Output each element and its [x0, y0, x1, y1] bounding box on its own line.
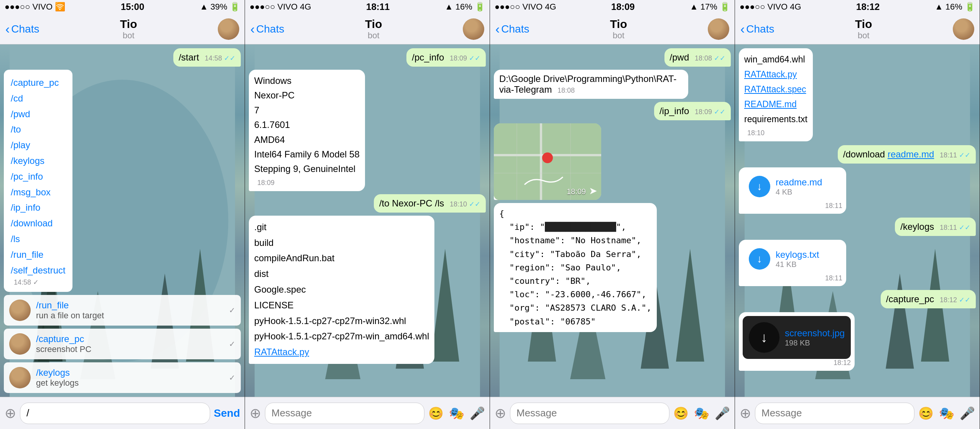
msg-text: /download readme.md: [843, 149, 934, 159]
download-link[interactable]: readme.md: [888, 149, 934, 159]
nav-bar-4: ‹ Chats Tio bot: [735, 14, 980, 44]
panel-4: ●●●○○ VIVO 4G 18:12 ▲ 16% 🔋 ‹ Chats Tio …: [735, 0, 980, 429]
chat-subtitle: screenshot PC: [36, 344, 224, 354]
nav-title-1: Tio bot: [120, 18, 137, 41]
input-icons-3: 😊 🎭 🎤: [673, 406, 730, 421]
mic-icon[interactable]: 🎤: [470, 406, 485, 421]
ratattack-py-link[interactable]: RATAttack.py: [744, 69, 797, 79]
chat-name-3: Tio: [610, 18, 627, 31]
filename-readme: readme.md: [776, 177, 836, 188]
readme-md-link[interactable]: README.md: [744, 99, 797, 109]
chat-avatar: [9, 367, 31, 388]
msg-time: 18:11 ✓✓: [940, 151, 970, 159]
msg-pwd-cmd: /pwd 18:08 ✓✓: [664, 48, 731, 67]
message-list-4: win_amd64.whl RATAttack.py RATAttack.spe…: [735, 44, 980, 397]
chevron-left-icon-4: ‹: [740, 21, 745, 36]
attach-icon-3[interactable]: ⊕: [495, 405, 506, 421]
svg-rect-21: [540, 123, 542, 200]
attach-icon-2[interactable]: ⊕: [250, 405, 261, 421]
status-bar-3: ●●●○○ VIVO 4G 18:09 ▲ 17% 🔋: [490, 0, 735, 14]
emoji-icon-4[interactable]: 😊: [918, 406, 934, 421]
back-button-2[interactable]: ‹ Chats: [250, 21, 284, 36]
msg-text: /pwd: [670, 52, 689, 62]
download-file-keylogs[interactable]: ↓ keylogs.txt 41 KB: [743, 244, 842, 274]
message-input-2[interactable]: [265, 403, 424, 424]
download-info-keylogs: keylogs.txt 41 KB: [776, 249, 836, 269]
back-label-2[interactable]: Chats: [256, 23, 284, 35]
input-bar-3: ⊕ 😊 🎭 🎤: [490, 397, 735, 429]
menu-item-ipinfo: /ip_info: [11, 200, 66, 216]
msg-pcinfo-cmd: /pc_info 18:09 ✓✓: [406, 48, 486, 67]
mic-icon-4[interactable]: 🎤: [960, 406, 975, 421]
menu-item-runfile: /run_file: [11, 247, 66, 263]
download-info-screenshot: screenshot.jpg 198 KB: [785, 328, 845, 347]
msg-json-resp: { "ip": "██████████████", "hostname": "N…: [494, 203, 657, 332]
emoji-icon-3[interactable]: 😊: [673, 406, 689, 421]
attach-icon-1[interactable]: ⊕: [5, 405, 16, 421]
msg-pwd-resp: D:\Google Drive\Programming\Python\RAT-v…: [494, 70, 688, 99]
message-time: 14:58 ✓✓: [205, 54, 235, 62]
panel-2: ●●●○○ VIVO 4G 18:11 ▲ 16% 🔋 ‹ Chats Tio …: [245, 0, 490, 429]
chat-list-item-keylogs[interactable]: /keylogs get keylogs ✓: [4, 362, 241, 393]
chat-status-2: bot: [365, 31, 382, 41]
message-text: /start: [179, 52, 199, 62]
message-input-1[interactable]: [20, 403, 210, 424]
back-label-3[interactable]: Chats: [501, 23, 529, 35]
chat-list: /run_file run a file on target ✓ /captur…: [0, 295, 245, 397]
sticker-icon[interactable]: 🎭: [449, 406, 464, 421]
time-display-2: 18:11: [366, 2, 390, 12]
sticker-icon-3[interactable]: 🎭: [694, 406, 709, 421]
message-input-4[interactable]: [755, 403, 914, 424]
filename-keylogs: keylogs.txt: [776, 249, 836, 260]
chat-subtitle: get keylogs: [36, 378, 224, 388]
download-file-readme[interactable]: ↓ readme.md 4 KB: [743, 171, 842, 202]
readme-time: 18:11: [746, 202, 842, 210]
map-image[interactable]: 18:09 ➤: [494, 123, 601, 200]
pcinfo-time: 18:09: [257, 179, 275, 187]
chat-content: /run_file run a file on target: [36, 300, 224, 321]
back-label-1[interactable]: Chats: [11, 23, 39, 35]
chat-name-2: Tio: [365, 18, 382, 31]
forward-icon[interactable]: ➤: [589, 185, 597, 197]
msg-text: /keylogs: [900, 221, 934, 232]
msg-keylogs-cmd: /keylogs 18:11 ✓✓: [895, 218, 976, 236]
msg-time: 18:11 ✓✓: [940, 223, 970, 232]
msg-capture-cmd: /capture_pc 18:12 ✓✓: [881, 290, 976, 308]
ratattack-link[interactable]: RATAttack.py: [254, 347, 309, 357]
menu-item-msgbox: /msg_box: [11, 185, 66, 200]
back-button-3[interactable]: ‹ Chats: [495, 21, 529, 36]
chat-list-item-runfile[interactable]: /run_file run a file on target ✓: [4, 295, 241, 326]
ratattack-spec-link[interactable]: RATAttack.spec: [744, 84, 806, 94]
battery-display-4: ▲ 16% 🔋: [935, 2, 975, 12]
nav-title-4: Tio bot: [855, 18, 872, 41]
message-input-3[interactable]: [510, 403, 669, 424]
panel-1: ●●●○○ VIVO 🛜 15:00 ▲ 39% 🔋 ‹ Chats Tio b…: [0, 0, 245, 429]
sticker-icon-4[interactable]: 🎭: [939, 406, 954, 421]
send-button-1[interactable]: Send: [214, 407, 240, 419]
chat-area-4: win_amd64.whl RATAttack.py RATAttack.spe…: [735, 44, 980, 397]
back-button-1[interactable]: ‹ Chats: [5, 21, 39, 36]
chevron-left-icon: ‹: [5, 21, 10, 36]
input-bar-4: ⊕ 😊 🎭 🎤: [735, 397, 980, 429]
avatar-3[interactable]: [708, 18, 729, 40]
chat-content: /keylogs get keylogs: [36, 367, 224, 388]
avatar-1[interactable]: [218, 18, 239, 40]
chat-title: /keylogs: [36, 367, 224, 378]
message-list-3: /pwd 18:08 ✓✓ D:\Google Drive\Programmin…: [490, 44, 735, 397]
nav-title-2: Tio bot: [365, 18, 382, 41]
download-icon-keylogs: ↓: [749, 248, 770, 270]
avatar-2[interactable]: [463, 18, 484, 40]
chat-list-item-capture[interactable]: /capture_pc screenshot PC ✓: [4, 329, 241, 359]
back-label-4[interactable]: Chats: [746, 23, 774, 35]
time-display: 15:00: [121, 2, 144, 12]
emoji-icon[interactable]: 😊: [428, 406, 444, 421]
chat-time: ✓: [229, 306, 235, 315]
screenshot-file[interactable]: ↓ screenshot.jpg 198 KB: [743, 316, 851, 359]
back-button-4[interactable]: ‹ Chats: [740, 21, 774, 36]
screenshot-download-icon: ↓: [749, 322, 779, 353]
battery-display: 39% 🔋: [210, 2, 240, 12]
attach-icon-4[interactable]: ⊕: [740, 405, 751, 421]
mic-icon-3[interactable]: 🎤: [715, 406, 730, 421]
path-time: 18:08: [557, 87, 575, 95]
avatar-4[interactable]: [953, 18, 974, 40]
